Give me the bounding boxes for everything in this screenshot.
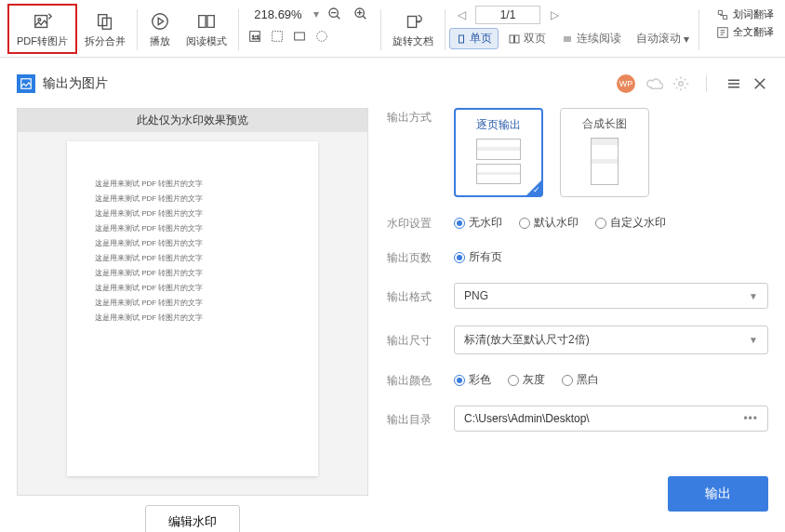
preview-line: 这是用来测试 PDF 转图片的文字: [95, 253, 290, 263]
preview-line: 这是用来测试 PDF 转图片的文字: [95, 313, 290, 323]
settings-column: 输出方式 逐页输出 合成长图 水印设置 无水印 默认水印 自定义水印: [387, 108, 768, 532]
watermark-custom-radio[interactable]: 自定义水印: [595, 215, 666, 231]
play-label: 播放: [150, 34, 170, 48]
play-icon: [149, 10, 171, 33]
full-translate-button[interactable]: 全文翻译: [716, 25, 774, 39]
preview-header: 此处仅为水印效果预览: [18, 109, 367, 132]
thumb-icon: [476, 139, 521, 160]
zoom-in-button[interactable]: [351, 4, 371, 24]
selection-icon[interactable]: [312, 26, 332, 47]
fit-width-icon[interactable]: 1:1: [245, 26, 265, 47]
prev-page-button[interactable]: ◁: [453, 7, 470, 23]
fit-rect-icon[interactable]: [289, 26, 310, 47]
user-badge[interactable]: WP: [617, 74, 635, 93]
gear-icon[interactable]: [672, 75, 689, 92]
output-mode-long-image[interactable]: 合成长图: [560, 108, 649, 197]
panel-title: 输出为图片: [43, 75, 609, 92]
preview-line: 这是用来测试 PDF 转图片的文字: [95, 238, 290, 248]
radio-label: 自定义水印: [610, 215, 666, 231]
full-translate-icon: [716, 26, 729, 39]
zoom-value[interactable]: 218.69%: [248, 7, 308, 21]
translate-icon: [716, 8, 729, 21]
preview-line: 这是用来测试 PDF 转图片的文字: [95, 179, 290, 189]
color-bw-radio[interactable]: 黑白: [562, 372, 599, 388]
auto-scroll-button[interactable]: 自动滚动 ▾: [631, 29, 695, 48]
check-icon: [526, 180, 542, 196]
radio-label: 无水印: [469, 215, 502, 231]
continuous-view-button[interactable]: 连续阅读: [555, 29, 627, 48]
svg-rect-9: [273, 32, 283, 42]
svg-rect-13: [459, 35, 464, 43]
page-indicator[interactable]: 1/1: [475, 6, 540, 24]
pdf-to-image-label: PDF转图片: [17, 34, 68, 48]
full-translate-label: 全文翻译: [733, 25, 774, 39]
watermark-default-radio[interactable]: 默认水印: [519, 215, 579, 231]
color-color-radio[interactable]: 彩色: [454, 372, 491, 388]
format-select[interactable]: PNG ▼: [454, 283, 768, 309]
close-icon[interactable]: [752, 75, 768, 92]
preview-column: 此处仅为水印效果预览 这是用来测试 PDF 转图片的文字 这是用来测试 PDF …: [17, 108, 368, 532]
book-icon: [195, 10, 218, 33]
cloud-icon[interactable]: [646, 75, 663, 92]
format-value: PNG: [464, 289, 488, 302]
read-mode-button[interactable]: 阅读模式: [179, 4, 234, 54]
color-gray-radio[interactable]: 灰度: [508, 372, 545, 388]
svg-point-4: [153, 13, 168, 29]
menu-icon[interactable]: [725, 75, 742, 92]
watermark-none-radio[interactable]: 无水印: [454, 215, 502, 231]
chevron-down-icon: ▾: [684, 33, 689, 46]
svg-rect-15: [515, 35, 520, 43]
edit-watermark-button[interactable]: 编辑水印: [145, 505, 240, 532]
output-dir-field[interactable]: C:\Users\Admin\Desktop\ •••: [454, 406, 768, 432]
double-page-view-button[interactable]: 双页: [502, 29, 552, 48]
svg-point-1: [37, 18, 40, 20]
toolbar-separator: [699, 9, 699, 50]
split-merge-label: 拆分合并: [85, 34, 126, 48]
zoom-out-button[interactable]: [325, 4, 345, 24]
format-label: 输出格式: [387, 287, 441, 305]
svg-text:1:1: 1:1: [252, 34, 260, 40]
image-convert-icon: [32, 10, 54, 33]
radio-label: 所有页: [469, 249, 502, 265]
preview-line: 这是用来测试 PDF 转图片的文字: [95, 298, 290, 308]
double-page-label: 双页: [524, 31, 546, 47]
pages-all-radio[interactable]: 所有页: [454, 249, 502, 265]
continuous-label: 连续阅读: [577, 31, 621, 47]
svg-point-11: [317, 32, 327, 42]
chevron-down-icon[interactable]: ▾: [313, 7, 319, 20]
radio-label: 灰度: [523, 372, 545, 388]
radio-label: 黑白: [577, 372, 599, 388]
rotate-doc-button[interactable]: 旋转文档: [385, 4, 441, 54]
preview-container: 此处仅为水印效果预览 这是用来测试 PDF 转图片的文字 这是用来测试 PDF …: [17, 108, 368, 496]
size-value: 标清(放大至默认尺寸2倍): [464, 332, 590, 348]
read-mode-label: 阅读模式: [186, 34, 227, 48]
thumb-icon: [476, 164, 521, 185]
preview-line: 这是用来测试 PDF 转图片的文字: [95, 223, 290, 233]
long-image-label: 合成长图: [582, 116, 627, 132]
output-mode-per-page[interactable]: 逐页输出: [454, 108, 543, 197]
watermark-label: 水印设置: [387, 214, 441, 232]
toolbar-separator: [380, 9, 381, 50]
dir-label: 输出目录: [387, 410, 441, 428]
next-page-button[interactable]: ▷: [546, 7, 563, 23]
size-select[interactable]: 标清(放大至默认尺寸2倍) ▼: [454, 326, 768, 354]
radio-label: 默认水印: [534, 215, 579, 231]
single-page-view-button[interactable]: 单页: [449, 28, 499, 49]
toolbar-separator: [238, 9, 239, 50]
word-translate-button[interactable]: 划词翻译: [716, 7, 774, 21]
size-label: 输出尺寸: [387, 331, 441, 349]
export-button[interactable]: 输出: [668, 476, 768, 512]
toolbar-separator: [137, 9, 138, 50]
split-merge-button[interactable]: 拆分合并: [77, 4, 133, 54]
per-page-label: 逐页输出: [476, 117, 521, 133]
fit-page-icon[interactable]: [267, 26, 287, 47]
header-separator: [706, 75, 707, 92]
preview-line: 这是用来测试 PDF 转图片的文字: [95, 208, 290, 219]
radio-label: 彩色: [469, 372, 491, 388]
play-button[interactable]: 播放: [141, 4, 179, 54]
preview-line: 这是用来测试 PDF 转图片的文字: [95, 193, 290, 204]
svg-rect-12: [408, 16, 417, 27]
pdf-to-image-button[interactable]: PDF转图片: [7, 4, 77, 54]
single-page-label: 单页: [470, 31, 492, 47]
browse-button[interactable]: •••: [743, 412, 758, 425]
